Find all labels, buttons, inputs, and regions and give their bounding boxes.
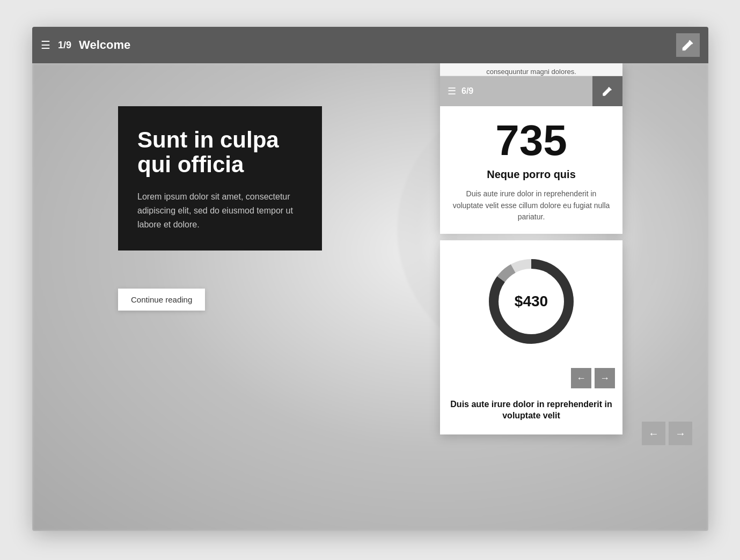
- slide3-body: $430: [440, 240, 622, 364]
- slide-card-1: Sunt in culpa qui officia Lorem ipsum do…: [118, 106, 322, 250]
- slide3-next-button[interactable]: →: [595, 368, 615, 388]
- app-frame: ☰ 1/9 Welcome Sunt in culpa qui officia …: [32, 27, 708, 531]
- slide2-label: Neque porro quis: [451, 168, 612, 181]
- main-content: Sunt in culpa qui officia Lorem ipsum do…: [32, 63, 708, 531]
- main-nav-buttons: ← →: [642, 422, 692, 445]
- slide-card-2: consequuntur magni dolores. ☰ 6/9 735 Ne…: [440, 63, 622, 234]
- slide2-number: 735: [451, 119, 612, 162]
- edit-button[interactable]: [676, 33, 700, 57]
- top-bar: ☰ 1/9 Welcome: [32, 27, 708, 63]
- slide1-body: Lorem ipsum dolor sit amet, consectetur …: [137, 190, 303, 231]
- donut-center-value: $430: [515, 293, 548, 310]
- slide2-hamburger-icon[interactable]: ☰: [448, 85, 456, 97]
- slide2-subtitle: consequuntur magni dolores.: [440, 63, 622, 76]
- slide-card-3: $430 ← → Duis aute irure dolor in repreh…: [440, 240, 622, 434]
- slide3-nav: ← →: [440, 364, 622, 393]
- slide3-footer: Duis aute irure dolor in reprehenderit i…: [440, 393, 622, 424]
- slide2-edit-button[interactable]: [592, 76, 622, 106]
- slide1-heading: Sunt in culpa qui officia: [137, 128, 303, 177]
- slide-title: Welcome: [79, 38, 130, 52]
- slide3-footer-text: Duis aute irure dolor in reprehenderit i…: [449, 399, 614, 422]
- main-prev-button[interactable]: ←: [642, 422, 665, 445]
- continue-reading-button[interactable]: Continue reading: [118, 289, 205, 311]
- hamburger-icon[interactable]: ☰: [41, 39, 50, 51]
- slide2-counter: 6/9: [461, 86, 473, 96]
- slide2-header: ☰ 6/9: [440, 76, 622, 106]
- slide2-description: Duis aute irure dolor in reprehenderit i…: [451, 188, 612, 223]
- slide3-prev-button[interactable]: ←: [571, 368, 591, 388]
- donut-chart: $430: [483, 253, 580, 350]
- slide-counter: 1/9: [58, 40, 71, 51]
- slide2-body: 735 Neque porro quis Duis aute irure dol…: [440, 106, 622, 234]
- main-next-button[interactable]: →: [669, 422, 692, 445]
